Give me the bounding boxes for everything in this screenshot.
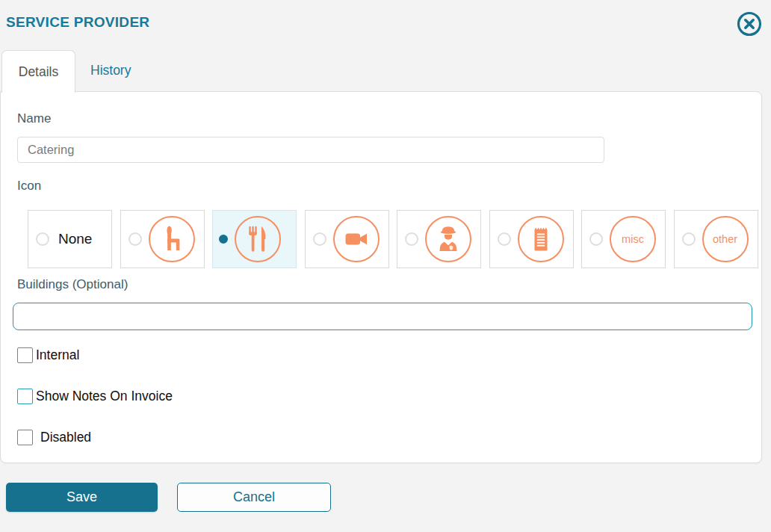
icon-option-misc[interactable]: misc <box>581 210 666 268</box>
icon-option-fork-knife[interactable] <box>212 210 297 268</box>
radio-misc[interactable] <box>589 232 603 246</box>
checkbox-internal[interactable]: Internal <box>17 347 79 363</box>
name-input[interactable] <box>17 137 604 163</box>
other-icon: other <box>702 216 749 262</box>
checkbox-internal-box[interactable] <box>17 347 33 363</box>
radio-notepad[interactable] <box>498 232 511 246</box>
video-camera-icon <box>333 216 380 262</box>
radio-chair[interactable] <box>128 232 142 246</box>
icon-option-chair[interactable] <box>120 210 205 268</box>
tab-details[interactable]: Details <box>1 50 75 93</box>
close-icon[interactable] <box>734 9 764 39</box>
chair-icon <box>149 216 195 262</box>
misc-icon: misc <box>610 216 656 262</box>
radio-security-guard[interactable] <box>405 232 418 246</box>
tab-details-label: Details <box>19 64 59 80</box>
checkbox-show-notes-label: Show Notes On Invoice <box>36 389 173 404</box>
buildings-input[interactable] <box>13 303 752 330</box>
page-title: SERVICE PROVIDER <box>6 14 149 31</box>
security-guard-icon <box>425 216 471 262</box>
misc-icon-text: misc <box>622 233 644 245</box>
icon-option-notepad[interactable] <box>489 210 574 268</box>
name-label: Name <box>17 111 51 126</box>
fork-knife-icon <box>235 216 281 262</box>
buildings-label: Buildings (Optional) <box>17 277 128 292</box>
service-provider-dialog: SERVICE PROVIDER Details History Name Ic… <box>0 0 771 532</box>
icon-options-row: None <box>28 210 758 268</box>
checkbox-show-notes-box[interactable] <box>17 389 33 404</box>
icon-option-none-label: None <box>58 231 92 247</box>
icon-option-security-guard[interactable] <box>397 210 481 268</box>
details-panel: Name Icon None <box>0 91 762 463</box>
icon-option-video-camera[interactable] <box>305 210 389 268</box>
radio-video-camera[interactable] <box>313 232 326 246</box>
checkbox-disabled-label: Disabled <box>40 430 91 445</box>
notepad-icon <box>518 216 564 262</box>
radio-fork-knife[interactable] <box>219 235 228 244</box>
other-icon-text: other <box>713 233 737 245</box>
checkbox-disabled-box[interactable] <box>17 430 33 445</box>
icon-option-none[interactable]: None <box>28 210 112 268</box>
save-button[interactable]: Save <box>6 483 158 512</box>
tab-history-label: History <box>90 63 131 78</box>
radio-none[interactable] <box>36 232 49 246</box>
checkbox-show-notes[interactable]: Show Notes On Invoice <box>17 389 173 404</box>
cancel-button[interactable]: Cancel <box>177 483 331 512</box>
checkbox-disabled[interactable]: Disabled <box>17 430 91 445</box>
checkbox-internal-label: Internal <box>36 347 79 363</box>
icon-option-other[interactable]: other <box>674 210 758 268</box>
icon-label: Icon <box>17 179 41 194</box>
radio-other[interactable] <box>682 232 696 246</box>
tab-history[interactable]: History <box>90 63 131 78</box>
